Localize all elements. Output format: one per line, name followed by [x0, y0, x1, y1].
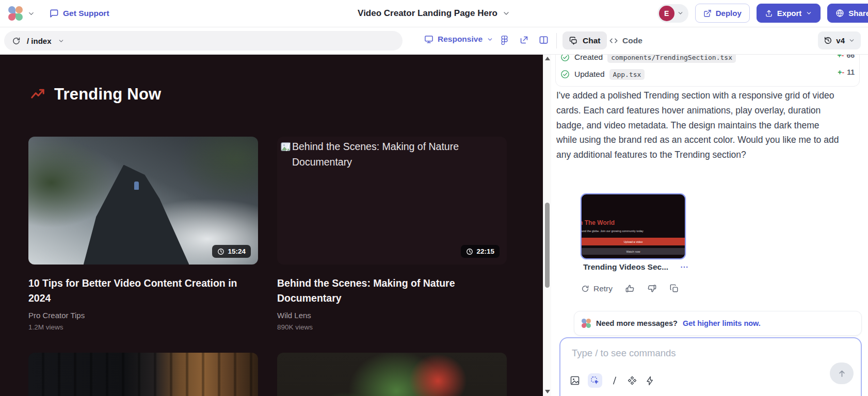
- video-views: 1.2M views: [28, 323, 258, 331]
- chat-bubbles-icon: [569, 36, 578, 45]
- open-in-new-tab-icon[interactable]: [519, 35, 529, 45]
- history-icon: [824, 36, 832, 45]
- split-view-icon[interactable]: [539, 35, 549, 45]
- send-button[interactable]: [830, 362, 854, 384]
- deploy-button[interactable]: Deploy: [695, 4, 750, 23]
- event-action: Created: [574, 54, 603, 62]
- clock-icon: [217, 248, 224, 255]
- preview-scrollbar[interactable]: [543, 54, 551, 396]
- top-bar: Get Support Video Creator Landing Page H…: [0, 0, 868, 27]
- chat-tab-label: Chat: [583, 36, 600, 45]
- limits-prompt: Need more messages?: [596, 319, 678, 327]
- artifact-label[interactable]: Trending Videos Sec...: [583, 262, 668, 272]
- tab-code[interactable]: Code: [609, 31, 642, 50]
- slash-command-icon[interactable]: [610, 376, 619, 385]
- video-title[interactable]: Behind the Scenes: Making of Nature Docu…: [277, 276, 491, 306]
- export-label: Export: [777, 9, 802, 18]
- mini-preview-secondary-button: Watch now: [582, 248, 685, 255]
- diff-count: 66: [846, 54, 855, 59]
- app-logo-small: [582, 319, 591, 328]
- assistant-message: I've added a polished Trending section w…: [556, 88, 841, 162]
- diff-stat: + - 11: [838, 68, 855, 76]
- globe-icon: [835, 9, 844, 18]
- broken-image-icon: [281, 142, 291, 151]
- export-button[interactable]: Export: [757, 4, 821, 23]
- attach-image-icon[interactable]: [570, 375, 580, 386]
- components-icon[interactable]: [627, 375, 637, 386]
- project-title-chevron-icon[interactable]: [502, 9, 510, 18]
- external-link-icon: [703, 9, 712, 18]
- scroll-up-arrow[interactable]: [545, 57, 550, 60]
- responsive-chevron-icon: [487, 36, 493, 43]
- url-bar[interactable]: / index: [4, 31, 403, 51]
- mini-preview-heading: h The World: [581, 219, 615, 226]
- chat-input-card: [559, 337, 862, 396]
- trending-up-icon: [30, 87, 45, 102]
- mini-preview-primary-button: Upload a video: [582, 238, 685, 245]
- video-thumbnail-partial[interactable]: [277, 353, 507, 396]
- diff-minus: -: [842, 54, 844, 59]
- file-event-row[interactable]: Created components/TrendingSection.tsx: [560, 54, 736, 65]
- responsive-dropdown[interactable]: Responsive: [424, 35, 493, 44]
- artifact-thumbnail[interactable]: h The World around the globe. Join our g…: [581, 193, 686, 259]
- video-thumbnail-broken[interactable]: Behind the Scenes: Making of Nature Docu…: [277, 137, 507, 265]
- code-tab-label: Code: [622, 36, 642, 45]
- video-channel: Wild Lens: [277, 311, 507, 320]
- thumbnail-art: [134, 182, 139, 190]
- upload-icon: [765, 9, 773, 18]
- diff-stat: + - 66: [838, 54, 855, 59]
- video-card[interactable]: 15:24 10 Tips for Better Video Content C…: [28, 137, 258, 396]
- thumbnail-art: [84, 165, 189, 265]
- toolbar-divider: [556, 33, 557, 48]
- account-chevron-icon: [677, 10, 684, 16]
- refresh-icon[interactable]: [12, 37, 21, 45]
- limits-link[interactable]: Get higher limits now.: [683, 319, 761, 327]
- message-actions: Retry: [581, 284, 679, 293]
- video-card[interactable]: Behind the Scenes: Making of Nature Docu…: [277, 137, 507, 396]
- account-menu[interactable]: E: [657, 4, 688, 23]
- version-dropdown[interactable]: v4: [818, 31, 861, 50]
- section-title: Trending Now: [54, 85, 161, 104]
- preview-pane: Trending Now 15:24 10 Tips for Better Vi…: [0, 54, 543, 396]
- mini-preview-subtext: around the globe. Join our growing commu…: [581, 229, 644, 233]
- diff-minus: -: [842, 68, 845, 76]
- video-title[interactable]: 10 Tips for Better Video Content Creatio…: [28, 276, 242, 306]
- diff-plus: +: [838, 54, 842, 59]
- share-button[interactable]: Share: [827, 4, 868, 23]
- check-circle-icon: [560, 70, 570, 79]
- duration-badge: 15:24: [212, 245, 251, 258]
- file-event-row[interactable]: Updated App.tsx: [560, 67, 645, 82]
- share-label: Share: [848, 9, 868, 18]
- video-thumbnail[interactable]: 15:24: [28, 137, 258, 265]
- chat-input[interactable]: [571, 346, 831, 371]
- quick-actions-icon[interactable]: [645, 376, 655, 386]
- version-chevron-icon: [848, 37, 855, 44]
- tab-chat[interactable]: Chat: [562, 31, 607, 50]
- artifact-menu-icon[interactable]: [680, 262, 689, 272]
- scroll-down-arrow[interactable]: [545, 390, 550, 393]
- monitor-icon: [424, 35, 433, 44]
- diff-plus: +: [838, 68, 842, 76]
- route-label: / index: [27, 37, 52, 45]
- scrollbar-thumb[interactable]: [545, 203, 550, 288]
- retry-icon: [581, 285, 589, 293]
- duration-label: 22:15: [476, 248, 494, 255]
- figma-icon[interactable]: [500, 35, 509, 45]
- event-file-chip: App.tsx: [609, 69, 645, 80]
- copy-icon[interactable]: [669, 284, 679, 293]
- clock-icon: [466, 248, 473, 255]
- thumbs-down-icon[interactable]: [647, 284, 657, 293]
- route-chevron-icon[interactable]: [58, 38, 65, 44]
- project-title[interactable]: Video Creator Landing Page Hero: [358, 8, 497, 19]
- code-icon: [609, 36, 618, 45]
- video-thumbnail-partial[interactable]: [28, 353, 258, 396]
- export-chevron-icon: [806, 10, 812, 16]
- select-element-button[interactable]: [588, 373, 602, 388]
- chat-panel: Created components/TrendingSection.tsx +…: [551, 54, 868, 396]
- deploy-label: Deploy: [716, 9, 742, 18]
- check-circle-icon: [560, 54, 570, 62]
- retry-button[interactable]: Retry: [581, 284, 613, 293]
- version-label: v4: [836, 36, 845, 45]
- event-action: Updated: [574, 70, 605, 79]
- thumbs-up-icon[interactable]: [625, 284, 635, 293]
